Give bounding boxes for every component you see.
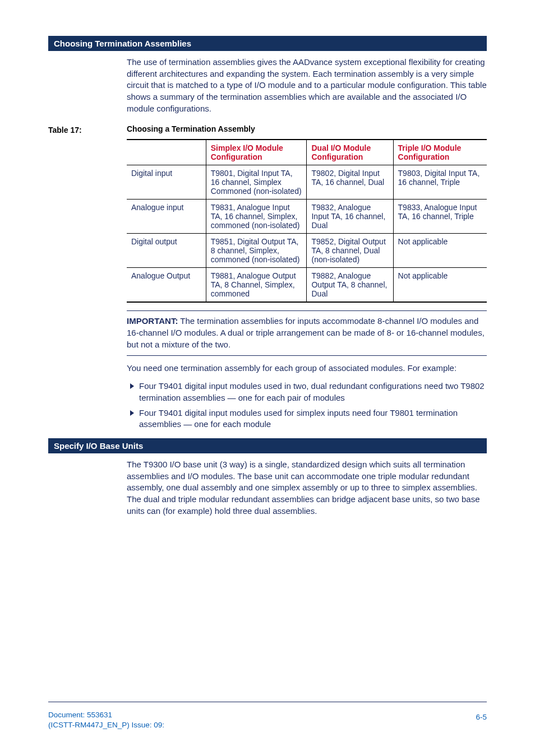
th-simplex: Simplex I/O Module Configuration	[206, 140, 307, 165]
cell: T9803, Digital Input TA, 16 channel, Tri…	[393, 165, 487, 200]
important-note: IMPORTANT: The termination assemblies fo…	[127, 310, 487, 355]
cell: T9851, Digital Output TA, 8 channel, Sim…	[206, 234, 307, 268]
page-number: 6-5	[476, 713, 487, 721]
cell: T9802, Digital Input TA, 16 channel, Dua…	[307, 165, 393, 200]
table-row: Analogue Output T9881, Analogue Output T…	[127, 268, 487, 303]
section2-body: The T9300 I/O base unit (3 way) is a sin…	[127, 459, 487, 517]
cell: T9882, Analogue Output TA, 8 channel, Du…	[307, 268, 393, 303]
after-important-body: You need one termination assembly for ea…	[127, 363, 487, 430]
cell: Not applicable	[393, 268, 487, 303]
section2-para: The T9300 I/O base unit (3 way) is a sin…	[127, 459, 487, 517]
table-header-row: Simplex I/O Module Configuration Dual I/…	[127, 140, 487, 165]
footer-line2: (ICSTT-RM447J_EN_P) Issue: 09:	[48, 721, 164, 729]
bullet-list: Four T9401 digital input modules used in…	[127, 381, 487, 430]
important-text: The termination assemblies for inputs ac…	[127, 316, 485, 349]
cell: Not applicable	[393, 234, 487, 268]
table-17-label: Table 17:	[48, 124, 127, 134]
section-heading-specify: Specify I/O Base Units	[48, 438, 487, 453]
cell: T9852, Digital Output TA, 8 channel, Dua…	[307, 234, 393, 268]
section-heading-choosing: Choosing Termination Assemblies	[48, 36, 487, 51]
th-blank	[127, 140, 206, 165]
footer-divider	[48, 702, 487, 702]
th-triple: Triple I/O Module Configuration	[393, 140, 487, 165]
after-important-para: You need one termination assembly for ea…	[127, 363, 487, 374]
cell: T9831, Analogue Input TA, 16 channel, Si…	[206, 200, 307, 234]
section1-para: The use of termination assemblies gives …	[127, 57, 487, 114]
table-row: Digital input T9801, Digital Input TA, 1…	[127, 165, 487, 200]
cell: T9833, Analogue Input TA, 16 channel, Tr…	[393, 200, 487, 234]
table-17-caption: Choosing a Termination Assembly	[127, 124, 255, 133]
section1-body: The use of termination assemblies gives …	[127, 57, 487, 114]
table-row: Analogue input T9831, Analogue Input TA,…	[127, 200, 487, 234]
cell: Analogue Output	[127, 268, 206, 303]
list-item: Four T9401 digital input modules used in…	[127, 381, 487, 403]
cell: T9881, Analogue Output TA, 8 Channel, Si…	[206, 268, 307, 303]
table-row: Digital output T9851, Digital Output TA,…	[127, 234, 487, 268]
footer-line1: Document: 553631	[48, 711, 112, 719]
list-item: Four T9401 digital input modules used fo…	[127, 407, 487, 430]
cell: Digital output	[127, 234, 206, 268]
cell: T9801, Digital Input TA, 16 channel, Sim…	[206, 165, 307, 200]
th-dual: Dual I/O Module Configuration	[307, 140, 393, 165]
cell: Analogue input	[127, 200, 206, 234]
footer-text: Document: 553631 (ICSTT-RM447J_EN_P) Iss…	[48, 710, 164, 730]
termination-assembly-table: Simplex I/O Module Configuration Dual I/…	[127, 139, 487, 303]
important-label: IMPORTANT:	[127, 316, 178, 326]
cell: Digital input	[127, 165, 206, 200]
cell: T9832, Analogue Input TA, 16 channel, Du…	[307, 200, 393, 234]
